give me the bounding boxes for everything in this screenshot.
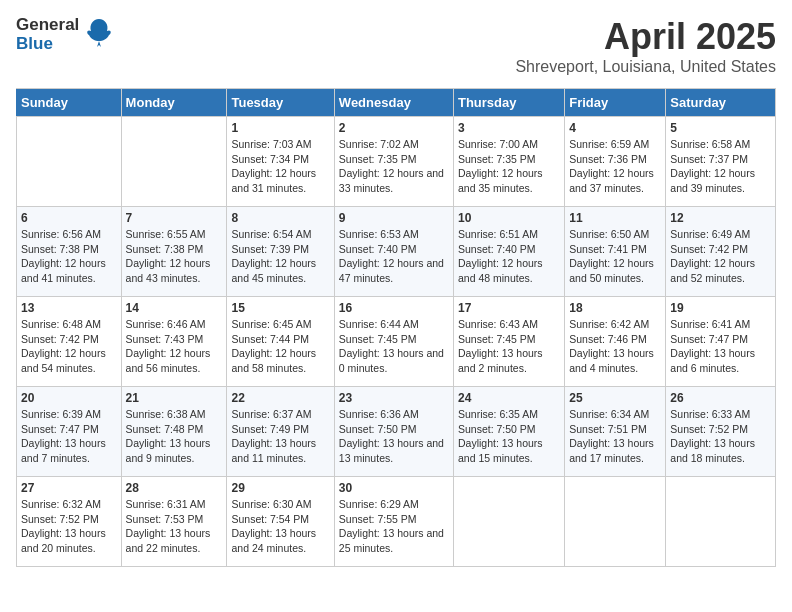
day-number: 11 — [569, 211, 661, 225]
day-number: 27 — [21, 481, 117, 495]
column-header-sunday: Sunday — [17, 89, 122, 117]
calendar-week-row: 13Sunrise: 6:48 AM Sunset: 7:42 PM Dayli… — [17, 297, 776, 387]
calendar-cell: 15Sunrise: 6:45 AM Sunset: 7:44 PM Dayli… — [227, 297, 334, 387]
main-title: April 2025 — [515, 16, 776, 58]
day-info: Sunrise: 6:54 AM Sunset: 7:39 PM Dayligh… — [231, 227, 329, 286]
day-number: 22 — [231, 391, 329, 405]
day-number: 10 — [458, 211, 560, 225]
subtitle: Shreveport, Louisiana, United States — [515, 58, 776, 76]
day-info: Sunrise: 6:38 AM Sunset: 7:48 PM Dayligh… — [126, 407, 223, 466]
day-number: 23 — [339, 391, 449, 405]
day-number: 24 — [458, 391, 560, 405]
day-number: 16 — [339, 301, 449, 315]
day-info: Sunrise: 6:35 AM Sunset: 7:50 PM Dayligh… — [458, 407, 560, 466]
day-info: Sunrise: 6:41 AM Sunset: 7:47 PM Dayligh… — [670, 317, 771, 376]
calendar-cell: 20Sunrise: 6:39 AM Sunset: 7:47 PM Dayli… — [17, 387, 122, 477]
calendar-cell: 10Sunrise: 6:51 AM Sunset: 7:40 PM Dayli… — [453, 207, 564, 297]
calendar-cell: 2Sunrise: 7:02 AM Sunset: 7:35 PM Daylig… — [334, 117, 453, 207]
day-info: Sunrise: 6:32 AM Sunset: 7:52 PM Dayligh… — [21, 497, 117, 556]
calendar-cell — [666, 477, 776, 567]
calendar-cell: 8Sunrise: 6:54 AM Sunset: 7:39 PM Daylig… — [227, 207, 334, 297]
day-info: Sunrise: 6:58 AM Sunset: 7:37 PM Dayligh… — [670, 137, 771, 196]
day-number: 19 — [670, 301, 771, 315]
day-info: Sunrise: 6:36 AM Sunset: 7:50 PM Dayligh… — [339, 407, 449, 466]
day-info: Sunrise: 6:48 AM Sunset: 7:42 PM Dayligh… — [21, 317, 117, 376]
day-info: Sunrise: 7:02 AM Sunset: 7:35 PM Dayligh… — [339, 137, 449, 196]
day-info: Sunrise: 6:37 AM Sunset: 7:49 PM Dayligh… — [231, 407, 329, 466]
calendar-week-row: 20Sunrise: 6:39 AM Sunset: 7:47 PM Dayli… — [17, 387, 776, 477]
day-number: 30 — [339, 481, 449, 495]
day-info: Sunrise: 6:33 AM Sunset: 7:52 PM Dayligh… — [670, 407, 771, 466]
calendar-cell: 30Sunrise: 6:29 AM Sunset: 7:55 PM Dayli… — [334, 477, 453, 567]
day-number: 28 — [126, 481, 223, 495]
day-info: Sunrise: 6:44 AM Sunset: 7:45 PM Dayligh… — [339, 317, 449, 376]
calendar-header-row: SundayMondayTuesdayWednesdayThursdayFrid… — [17, 89, 776, 117]
column-header-wednesday: Wednesday — [334, 89, 453, 117]
day-info: Sunrise: 6:59 AM Sunset: 7:36 PM Dayligh… — [569, 137, 661, 196]
calendar-week-row: 6Sunrise: 6:56 AM Sunset: 7:38 PM Daylig… — [17, 207, 776, 297]
calendar-cell: 23Sunrise: 6:36 AM Sunset: 7:50 PM Dayli… — [334, 387, 453, 477]
day-info: Sunrise: 6:45 AM Sunset: 7:44 PM Dayligh… — [231, 317, 329, 376]
calendar-cell: 22Sunrise: 6:37 AM Sunset: 7:49 PM Dayli… — [227, 387, 334, 477]
day-number: 6 — [21, 211, 117, 225]
calendar-cell: 27Sunrise: 6:32 AM Sunset: 7:52 PM Dayli… — [17, 477, 122, 567]
calendar-cell: 3Sunrise: 7:00 AM Sunset: 7:35 PM Daylig… — [453, 117, 564, 207]
logo-general: General — [16, 16, 79, 35]
day-info: Sunrise: 6:55 AM Sunset: 7:38 PM Dayligh… — [126, 227, 223, 286]
calendar-cell: 6Sunrise: 6:56 AM Sunset: 7:38 PM Daylig… — [17, 207, 122, 297]
calendar-cell: 16Sunrise: 6:44 AM Sunset: 7:45 PM Dayli… — [334, 297, 453, 387]
calendar-cell: 17Sunrise: 6:43 AM Sunset: 7:45 PM Dayli… — [453, 297, 564, 387]
logo-blue: Blue — [16, 35, 79, 54]
day-info: Sunrise: 6:50 AM Sunset: 7:41 PM Dayligh… — [569, 227, 661, 286]
calendar-cell — [121, 117, 227, 207]
calendar-week-row: 27Sunrise: 6:32 AM Sunset: 7:52 PM Dayli… — [17, 477, 776, 567]
calendar-cell: 9Sunrise: 6:53 AM Sunset: 7:40 PM Daylig… — [334, 207, 453, 297]
calendar-cell — [453, 477, 564, 567]
day-number: 8 — [231, 211, 329, 225]
column-header-thursday: Thursday — [453, 89, 564, 117]
calendar-cell: 25Sunrise: 6:34 AM Sunset: 7:51 PM Dayli… — [565, 387, 666, 477]
day-info: Sunrise: 6:56 AM Sunset: 7:38 PM Dayligh… — [21, 227, 117, 286]
day-number: 1 — [231, 121, 329, 135]
day-number: 7 — [126, 211, 223, 225]
day-info: Sunrise: 7:00 AM Sunset: 7:35 PM Dayligh… — [458, 137, 560, 196]
logo: General Blue — [16, 16, 113, 53]
calendar-cell: 13Sunrise: 6:48 AM Sunset: 7:42 PM Dayli… — [17, 297, 122, 387]
day-number: 14 — [126, 301, 223, 315]
day-info: Sunrise: 7:03 AM Sunset: 7:34 PM Dayligh… — [231, 137, 329, 196]
day-number: 17 — [458, 301, 560, 315]
calendar-cell: 14Sunrise: 6:46 AM Sunset: 7:43 PM Dayli… — [121, 297, 227, 387]
calendar-table: SundayMondayTuesdayWednesdayThursdayFrid… — [16, 88, 776, 567]
day-info: Sunrise: 6:53 AM Sunset: 7:40 PM Dayligh… — [339, 227, 449, 286]
day-info: Sunrise: 6:43 AM Sunset: 7:45 PM Dayligh… — [458, 317, 560, 376]
day-number: 13 — [21, 301, 117, 315]
day-number: 5 — [670, 121, 771, 135]
calendar-cell: 24Sunrise: 6:35 AM Sunset: 7:50 PM Dayli… — [453, 387, 564, 477]
calendar-week-row: 1Sunrise: 7:03 AM Sunset: 7:34 PM Daylig… — [17, 117, 776, 207]
day-info: Sunrise: 6:39 AM Sunset: 7:47 PM Dayligh… — [21, 407, 117, 466]
day-info: Sunrise: 6:34 AM Sunset: 7:51 PM Dayligh… — [569, 407, 661, 466]
column-header-friday: Friday — [565, 89, 666, 117]
column-header-tuesday: Tuesday — [227, 89, 334, 117]
day-info: Sunrise: 6:49 AM Sunset: 7:42 PM Dayligh… — [670, 227, 771, 286]
calendar-cell: 5Sunrise: 6:58 AM Sunset: 7:37 PM Daylig… — [666, 117, 776, 207]
day-number: 21 — [126, 391, 223, 405]
header: General Blue April 2025 Shreveport, Loui… — [16, 16, 776, 76]
calendar-cell — [565, 477, 666, 567]
logo-bird-icon — [85, 17, 113, 53]
calendar-cell: 26Sunrise: 6:33 AM Sunset: 7:52 PM Dayli… — [666, 387, 776, 477]
calendar-cell: 7Sunrise: 6:55 AM Sunset: 7:38 PM Daylig… — [121, 207, 227, 297]
title-block: April 2025 Shreveport, Louisiana, United… — [515, 16, 776, 76]
calendar-cell: 4Sunrise: 6:59 AM Sunset: 7:36 PM Daylig… — [565, 117, 666, 207]
day-number: 26 — [670, 391, 771, 405]
day-number: 20 — [21, 391, 117, 405]
calendar-cell: 29Sunrise: 6:30 AM Sunset: 7:54 PM Dayli… — [227, 477, 334, 567]
calendar-cell: 18Sunrise: 6:42 AM Sunset: 7:46 PM Dayli… — [565, 297, 666, 387]
column-header-monday: Monday — [121, 89, 227, 117]
calendar-cell: 12Sunrise: 6:49 AM Sunset: 7:42 PM Dayli… — [666, 207, 776, 297]
day-number: 2 — [339, 121, 449, 135]
calendar-cell: 1Sunrise: 7:03 AM Sunset: 7:34 PM Daylig… — [227, 117, 334, 207]
day-number: 4 — [569, 121, 661, 135]
day-number: 18 — [569, 301, 661, 315]
day-number: 15 — [231, 301, 329, 315]
